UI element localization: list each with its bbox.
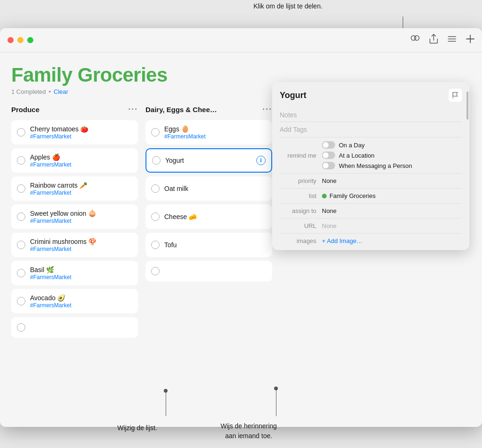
assign-to-value[interactable]: None <box>322 207 462 214</box>
detail-body: Notes Add Tags remind me On a Day At a L… <box>272 106 469 250</box>
dairy-column-menu[interactable]: ··· <box>262 105 272 114</box>
app-window: Family Groceries 1 Completed • Clear Pro… <box>0 28 482 427</box>
list-item-yogurt[interactable]: Yogurt i <box>145 148 272 173</box>
list-row: list Family Groceries <box>280 189 462 204</box>
list-item[interactable]: Sweet yellow onion 🧅 #FarmersMarket <box>11 205 138 229</box>
item-checkbox[interactable] <box>17 184 25 193</box>
tags-field[interactable]: Add Tags <box>280 122 462 137</box>
item-checkbox[interactable] <box>151 213 160 221</box>
messaging-toggle[interactable] <box>322 162 335 169</box>
maximize-button[interactable] <box>27 37 33 43</box>
item-name: Cherry tomatoes 🍅 <box>30 125 132 133</box>
item-tag: #FarmersMarket <box>30 302 132 309</box>
svg-point-1 <box>414 36 419 40</box>
item-checkbox[interactable] <box>152 156 161 165</box>
title-bar <box>0 28 482 53</box>
item-checkbox[interactable] <box>17 241 25 249</box>
dairy-column-title: Dairy, Eggs & Chee… <box>145 106 217 114</box>
close-button[interactable] <box>8 37 14 43</box>
annotation-dot-right <box>274 387 278 390</box>
list-item[interactable]: Apples 🍎 #FarmersMarket <box>11 148 138 173</box>
column-produce: Produce ··· Cherry tomatoes 🍅 #FarmersMa… <box>11 105 138 421</box>
item-tag: #FarmersMarket <box>30 274 132 281</box>
clear-button[interactable]: Clear <box>54 88 68 95</box>
annotation-text-left: Wijzig de lijst. <box>117 424 157 432</box>
messaging-label: When Messaging a Person <box>339 162 412 169</box>
item-content: Rainbow carrots 🥕 #FarmersMarket <box>30 182 132 196</box>
list-item[interactable]: Oat milk <box>145 176 272 201</box>
item-content: Oat milk <box>164 185 267 192</box>
list-item[interactable]: Cheese 🧀 <box>145 205 272 229</box>
list-item[interactable]: Eggs 🥚 #FarmersMarket <box>145 120 272 144</box>
item-checkbox[interactable] <box>151 184 160 193</box>
item-checkbox[interactable] <box>151 128 160 137</box>
item-content: Yogurt <box>165 157 252 164</box>
share-icon[interactable] <box>429 34 438 46</box>
url-value[interactable]: None <box>322 222 462 229</box>
item-checkbox[interactable] <box>17 156 25 165</box>
priority-row: priority None <box>280 174 462 189</box>
item-checkbox[interactable] <box>17 128 25 137</box>
collab-icon[interactable] <box>410 34 420 46</box>
list-label: list <box>280 192 322 199</box>
minimize-button[interactable] <box>17 37 23 43</box>
list-item[interactable]: Tofu <box>145 233 272 257</box>
toggle-row-day: On a Day <box>322 141 462 149</box>
annotation-line-left <box>166 393 166 416</box>
detail-scrollbar[interactable] <box>467 91 468 120</box>
priority-label: priority <box>280 177 322 184</box>
detail-panel-title: Yogurt <box>280 91 306 100</box>
item-name: Tofu <box>164 241 267 249</box>
list-item[interactable]: Avocado 🥑 #FarmersMarket <box>11 289 138 313</box>
item-checkbox[interactable] <box>151 241 160 249</box>
list-view-icon[interactable] <box>447 35 457 45</box>
item-checkbox[interactable] <box>17 323 25 332</box>
produce-column-menu[interactable]: ··· <box>128 105 138 114</box>
at-location-toggle[interactable] <box>322 152 335 159</box>
priority-value[interactable]: None <box>322 177 462 184</box>
list-item[interactable]: Crimini mushrooms 🍄 #FarmersMarket <box>11 233 138 257</box>
item-checkbox[interactable] <box>17 297 25 305</box>
list-item[interactable]: Basil 🌿 #FarmersMarket <box>11 261 138 285</box>
item-name: Oat milk <box>164 185 267 192</box>
item-name: Avocado 🥑 <box>30 294 132 302</box>
info-button[interactable]: i <box>256 156 266 165</box>
list-value[interactable]: Family Groceries <box>329 192 462 199</box>
traffic-lights <box>8 37 33 43</box>
list-item-empty[interactable] <box>145 261 272 281</box>
dairy-column-header: Dairy, Eggs & Chee… ··· <box>145 105 272 114</box>
toggle-row-location: At a Location <box>322 152 462 159</box>
item-name: Apples 🍎 <box>30 153 132 161</box>
item-tag: #FarmersMarket <box>164 133 267 140</box>
flag-button[interactable] <box>449 89 462 102</box>
item-tag: #FarmersMarket <box>30 218 132 224</box>
toggle-row-messaging: When Messaging a Person <box>322 162 462 169</box>
add-image-button[interactable]: + Add Image… <box>322 237 362 244</box>
list-item-empty[interactable] <box>11 317 138 338</box>
item-checkbox[interactable] <box>17 213 25 221</box>
item-name: Cheese 🧀 <box>164 213 267 220</box>
on-a-day-label: On a Day <box>339 142 365 149</box>
item-content: Cherry tomatoes 🍅 #FarmersMarket <box>30 125 132 140</box>
on-a-day-toggle[interactable] <box>322 141 335 149</box>
item-content: Apples 🍎 #FarmersMarket <box>30 153 132 168</box>
item-tag: #FarmersMarket <box>30 161 132 168</box>
at-location-label: At a Location <box>339 152 375 159</box>
produce-column-header: Produce ··· <box>11 105 138 114</box>
notes-field[interactable]: Notes <box>280 108 462 122</box>
item-name: Eggs 🥚 <box>164 125 267 133</box>
annotation-line-right <box>276 390 276 416</box>
remind-me-label: remind me <box>280 152 322 159</box>
item-tag: #FarmersMarket <box>30 246 132 252</box>
item-checkbox[interactable] <box>17 269 25 277</box>
list-item[interactable]: Cherry tomatoes 🍅 #FarmersMarket <box>11 120 138 144</box>
list-item[interactable]: Rainbow carrots 🥕 #FarmersMarket <box>11 176 138 201</box>
remind-me-row: remind me On a Day At a Location When Me… <box>280 137 462 174</box>
annotations-section: Wijzig de lijst. Wijs de herinneringaan … <box>0 399 482 448</box>
add-icon[interactable] <box>466 35 474 46</box>
produce-column-title: Produce <box>11 106 39 114</box>
item-content: Avocado 🥑 #FarmersMarket <box>30 294 132 309</box>
item-tag: #FarmersMarket <box>30 190 132 196</box>
assign-to-row: assign to None <box>280 204 462 219</box>
item-checkbox[interactable] <box>151 267 160 275</box>
